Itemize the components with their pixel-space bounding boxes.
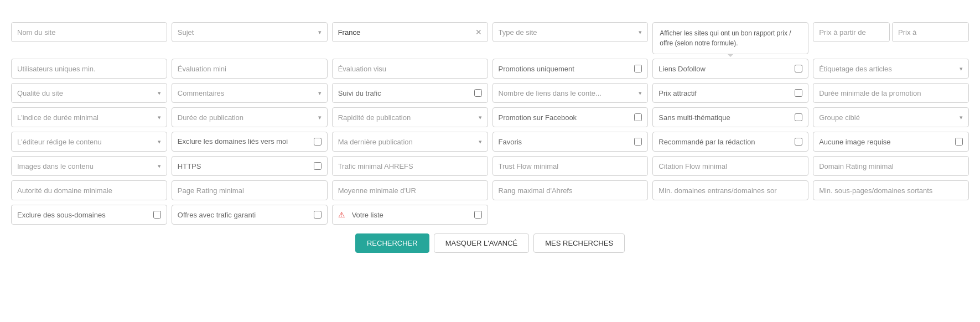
input-field[interactable]: Durée minimale de la promotion <box>813 83 969 103</box>
select-field[interactable]: L'éditeur rédige le contenu ▾ <box>11 132 167 152</box>
checkbox-field[interactable]: Suivi du trafic <box>332 83 488 103</box>
input-field[interactable]: Page Rating minimal <box>172 180 328 200</box>
checkbox-field[interactable]: HTTPS <box>172 156 328 176</box>
select-field[interactable]: Nombre de liens dans le conte... ▾ <box>492 83 649 103</box>
input-field[interactable]: Évaluation mini <box>172 59 328 79</box>
checkbox-input[interactable] <box>795 65 802 72</box>
filter-cell-3-0: L'indice de durée minimal ▾ <box>11 107 167 127</box>
input-field[interactable]: Utilisateurs uniques min. <box>11 59 167 79</box>
filter-cell-3-2: Rapidité de publication ▾ <box>332 107 488 127</box>
chevron-down-icon: ▾ <box>318 29 322 36</box>
chevron-down-icon: ▾ <box>479 138 482 146</box>
checkbox-field[interactable]: Liens Dofollow <box>652 59 808 79</box>
checkbox-field[interactable]: Offres avec trafic garanti <box>172 205 328 225</box>
price-from-field[interactable]: Prix à partir de <box>813 22 890 42</box>
checkbox-input[interactable] <box>795 113 802 121</box>
checkbox-label: Favoris <box>499 138 630 146</box>
filter-cell-3-1: Durée de publication ▾ <box>172 107 328 127</box>
input-field[interactable]: Citation Flow minimal <box>652 156 808 176</box>
checkbox-input[interactable] <box>153 211 161 219</box>
filter-cell-2-4: Prix attractif <box>652 83 808 103</box>
checkbox-label: Sans multi-thématique <box>658 113 790 122</box>
checkbox-field[interactable]: Prix attractif <box>652 83 808 103</box>
select-field[interactable]: Qualité du site ▾ <box>11 83 167 103</box>
filter-cell-3-5: Groupe ciblé ▾ <box>813 107 969 127</box>
checkbox-field[interactable]: Aucune image requise <box>813 132 969 152</box>
filter-cell-2-1: Commentaires ▾ <box>172 83 328 103</box>
tooltip-box: Afficher les sites qui ont un bon rappor… <box>652 22 808 54</box>
filter-cell-4-2: Ma dernière publication ▾ <box>332 132 488 152</box>
select-field[interactable]: Images dans le contenu ▾ <box>11 156 167 176</box>
select-field[interactable]: Sujet ▾ <box>172 22 328 42</box>
checkbox-field[interactable]: Promotion sur Facebook <box>492 107 649 127</box>
filter-cell-3-4: Sans multi-thématique <box>652 107 808 127</box>
select-field[interactable]: Ma dernière publication ▾ <box>332 132 488 152</box>
checkbox-input[interactable] <box>474 89 482 97</box>
select-field[interactable]: Groupe ciblé ▾ <box>813 107 969 127</box>
filter-row-6: Autorité du domaine minimale Page Rating… <box>11 180 969 200</box>
price-to-field[interactable]: Prix à <box>892 22 969 42</box>
checkbox-label: Votre liste <box>352 211 470 219</box>
checkbox-input[interactable] <box>314 211 322 219</box>
input-field[interactable]: Trust Flow minimal <box>492 156 649 176</box>
input-field[interactable]: Domain Rating minimal <box>813 156 969 176</box>
select-field[interactable]: Durée de publication ▾ <box>172 107 328 127</box>
input-field[interactable]: Trafic minimal AHREFS <box>332 156 488 176</box>
my-searches-button[interactable]: MES RECHERCHES <box>533 233 625 253</box>
filter-cell-1-5: Étiquetage des articles ▾ <box>813 59 969 79</box>
checkbox-input[interactable] <box>314 162 322 170</box>
select-field[interactable]: L'indice de durée minimal ▾ <box>11 107 167 127</box>
filter-cell-1-3: Promotions uniquement <box>492 59 649 79</box>
checkbox-input[interactable] <box>795 89 802 97</box>
select-field[interactable]: Commentaires ▾ <box>172 83 328 103</box>
warning-checkbox-field[interactable]: ⚠ Votre liste <box>332 205 488 225</box>
checkbox-input[interactable] <box>634 138 642 146</box>
filter-cell-5-3: Trust Flow minimal <box>492 156 649 176</box>
checkbox-input[interactable] <box>634 113 642 121</box>
hide-advanced-button[interactable]: MASQUER L'AVANCÉ <box>434 233 530 253</box>
checkbox-text-field[interactable]: Exclure les domaines liés vers moi <box>172 132 328 152</box>
input-field[interactable]: Min. sous-pages/domaines sortants <box>813 180 969 200</box>
filter-row-7: Exclure des sous-domaines Offres avec tr… <box>11 205 969 225</box>
checkbox-field[interactable]: Promotions uniquement <box>492 59 649 79</box>
checkbox-label: Liens Dofollow <box>658 65 790 73</box>
input-field[interactable]: Évaluation visu <box>332 59 488 79</box>
filter-cell-4-0: L'éditeur rédige le contenu ▾ <box>11 132 167 152</box>
input-field[interactable]: Rang maximal d'Ahrefs <box>492 180 649 200</box>
checkbox-field[interactable]: Favoris <box>492 132 649 152</box>
checkbox-input[interactable] <box>474 211 482 219</box>
checkbox-input[interactable] <box>955 138 963 146</box>
checkbox-field[interactable]: Sans multi-thématique <box>652 107 808 127</box>
filter-cell-0-1: Sujet ▾ <box>172 22 328 54</box>
checkbox-label: Suivi du trafic <box>338 89 470 97</box>
filter-cell-6-0: Autorité du domaine minimale <box>11 180 167 200</box>
filter-cell-6-1: Page Rating minimal <box>172 180 328 200</box>
price-pair: Prix à partir de Prix à <box>813 22 969 42</box>
checkbox-field[interactable]: Exclure des sous-domaines <box>11 205 167 225</box>
filter-row-0: Nom du site Sujet ▾ France ✕ Type de sit… <box>11 22 969 54</box>
checkbox-input[interactable] <box>634 65 642 72</box>
input-field[interactable]: Moyenne minimale d'UR <box>332 180 488 200</box>
clear-icon[interactable]: ✕ <box>475 28 482 37</box>
filter-cell-7-1: Offres avec trafic garanti <box>172 205 328 225</box>
select-field[interactable]: Type de site ▾ <box>492 22 649 42</box>
checkbox-label: Exclure les domaines liés vers moi <box>178 137 309 147</box>
chevron-down-icon: ▾ <box>318 90 322 97</box>
chevron-down-icon: ▾ <box>639 29 642 36</box>
checkbox-input[interactable] <box>314 138 322 146</box>
filter-row-1: Utilisateurs uniques min. Évaluation min… <box>11 59 969 79</box>
checkbox-input[interactable] <box>795 138 802 146</box>
input-field[interactable]: Nom du site <box>11 22 167 42</box>
input-field[interactable]: Min. domaines entrans/domaines sor <box>652 180 808 200</box>
filter-cell-2-5: Durée minimale de la promotion <box>813 83 969 103</box>
checkbox-field[interactable]: Recommandé par la rédaction <box>652 132 808 152</box>
filter-cell-5-2: Trafic minimal AHREFS <box>332 156 488 176</box>
checkbox-label: Recommandé par la rédaction <box>658 138 790 146</box>
chevron-down-icon: ▾ <box>158 138 161 146</box>
select-field[interactable]: Étiquetage des articles ▾ <box>813 59 969 79</box>
select-field[interactable]: Rapidité de publication ▾ <box>332 107 488 127</box>
input-field[interactable]: Autorité du domaine minimale <box>11 180 167 200</box>
filter-cell-6-5: Min. sous-pages/domaines sortants <box>813 180 969 200</box>
search-button[interactable]: RECHERCHER <box>355 233 429 253</box>
input-clear-field[interactable]: France ✕ <box>332 22 488 42</box>
